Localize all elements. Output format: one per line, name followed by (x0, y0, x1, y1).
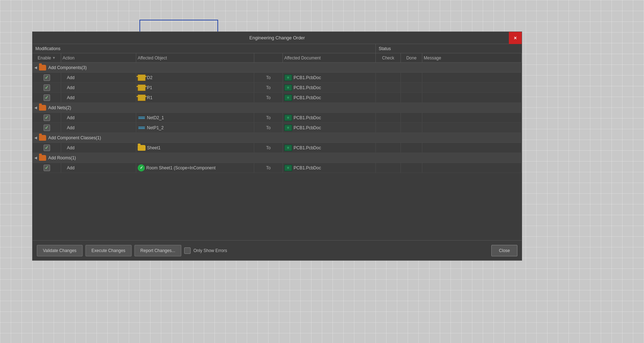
affected-object-text: NetP1_2 (147, 125, 164, 130)
table-row: Add Room Sheet1 (Scope=InComponent To PC… (33, 163, 522, 173)
pcb-doc-icon (284, 145, 292, 151)
cell-action: Add (61, 93, 136, 102)
cell-action: Add (61, 113, 136, 122)
cell-to: To (254, 93, 283, 102)
enable-checkbox[interactable] (44, 145, 50, 151)
pcb-doc-icon (284, 165, 292, 171)
cell-check (376, 163, 401, 173)
only-show-errors-label: Only Show Errors (193, 248, 227, 253)
status-header: Status (376, 44, 522, 53)
cell-action: Add (61, 123, 136, 132)
cell-enable (33, 163, 61, 173)
cell-enable (33, 143, 61, 153)
cell-message (422, 83, 522, 92)
group-collapse-icon: ◀ (33, 136, 39, 140)
cell-enable (33, 93, 61, 102)
cell-affected-document: PCB1.PcbDoc (283, 93, 376, 102)
net-icon (138, 125, 146, 130)
cell-affected-document: PCB1.PcbDoc (283, 143, 376, 153)
table-row: Add NetD2_1 To PCB1.PcbDoc (33, 113, 522, 123)
affected-document-text: PCB1.PcbDoc (294, 125, 321, 130)
cell-affected-object: NetD2_1 (136, 113, 254, 122)
enable-checkbox[interactable] (44, 74, 50, 81)
cell-done (401, 73, 422, 82)
cell-affected-object: R1 (136, 93, 254, 102)
cell-affected-object: NetP1_2 (136, 123, 254, 132)
execute-changes-button[interactable]: Execute Changes (85, 245, 132, 256)
cell-check (376, 83, 401, 92)
group-row-0[interactable]: ◀ Add Components(3) (33, 63, 522, 73)
group-label: Add Component Classes(1) (48, 135, 101, 140)
validate-changes-button[interactable]: Validate Changes (37, 245, 83, 256)
affected-document-text: PCB1.PcbDoc (294, 115, 321, 120)
group-row-3[interactable]: ◀ Add Rooms(1) (33, 153, 522, 163)
section-header-row: Modifications Status (33, 44, 522, 53)
net-icon (138, 115, 146, 120)
only-show-errors-checkbox[interactable] (184, 247, 191, 254)
group-row-1[interactable]: ◀ Add Nets(2) (33, 103, 522, 113)
affected-object-text: P1 (147, 85, 152, 90)
cell-affected-object: D2 (136, 73, 254, 82)
cell-message (422, 163, 522, 173)
col-header-enable: Enable ▼ (33, 53, 61, 62)
cell-affected-document: PCB1.PcbDoc (283, 163, 376, 173)
affected-document-text: PCB1.PcbDoc (294, 165, 321, 170)
cell-enable (33, 83, 61, 92)
affected-document-text: PCB1.PcbDoc (294, 75, 321, 80)
table-row: Add D2 To PCB1.PcbDoc (33, 73, 522, 83)
cell-done (401, 163, 422, 173)
pcb-doc-icon (284, 115, 292, 121)
cell-to: To (254, 113, 283, 122)
cell-message (422, 143, 522, 153)
cell-done (401, 143, 422, 153)
cell-done (401, 113, 422, 122)
cell-check (376, 143, 401, 153)
close-dialog-button[interactable]: Close (491, 245, 517, 256)
table-row: Add Sheet1 To PCB1.PcbDoc (33, 143, 522, 153)
group-folder-icon (39, 65, 46, 71)
col-header-affected-object: Affected Object (136, 53, 254, 62)
group-label: Add Components(3) (48, 65, 87, 70)
enable-checkbox[interactable] (44, 125, 50, 131)
cell-to: To (254, 83, 283, 92)
cell-to: To (254, 163, 283, 173)
cell-done (401, 123, 422, 132)
cell-message (422, 93, 522, 102)
enable-checkbox[interactable] (44, 84, 50, 91)
group-row-2[interactable]: ◀ Add Component Classes(1) (33, 133, 522, 143)
col-header-check: Check (376, 53, 401, 62)
cell-affected-object: P1 (136, 83, 254, 92)
engineering-change-order-dialog: Engineering Change Order × Modifications… (32, 32, 522, 261)
component-icon (138, 74, 146, 81)
cell-done (401, 83, 422, 92)
cell-affected-object: Sheet1 (136, 143, 254, 153)
cell-affected-document: PCB1.PcbDoc (283, 83, 376, 92)
col-header-action: Action (61, 53, 136, 62)
col-header-gap (254, 53, 283, 62)
pcb-doc-icon (284, 95, 292, 101)
report-changes-button[interactable]: Report Changes... (134, 245, 181, 256)
group-collapse-icon: ◀ (33, 156, 39, 160)
group-collapse-icon: ◀ (33, 66, 39, 69)
cell-action: Add (61, 143, 136, 153)
cell-check (376, 73, 401, 82)
cell-to: To (254, 143, 283, 153)
cell-enable (33, 123, 61, 132)
affected-object-text: R1 (147, 95, 152, 100)
affected-object-text: Sheet1 (147, 145, 161, 150)
cell-check (376, 123, 401, 132)
group-folder-icon (39, 105, 46, 111)
group-folder-icon (39, 135, 46, 141)
cell-affected-document: PCB1.PcbDoc (283, 123, 376, 132)
enable-checkbox[interactable] (44, 95, 50, 101)
table-body: ◀ Add Components(3) Add D2 To PCB1.PcbDo… (33, 63, 522, 240)
affected-document-text: PCB1.PcbDoc (294, 95, 321, 100)
enable-checkbox[interactable] (44, 115, 50, 121)
col-header-affected-document: Affected Document (283, 53, 376, 62)
title-bar-close-button[interactable]: × (509, 32, 522, 44)
enable-checkbox[interactable] (44, 165, 50, 171)
column-header-row: Enable ▼ Action Affected Object Affected… (33, 53, 522, 63)
pcb-doc-icon (284, 74, 292, 81)
affected-object-text: Room Sheet1 (Scope=InComponent (146, 165, 216, 170)
component-icon (138, 95, 146, 101)
